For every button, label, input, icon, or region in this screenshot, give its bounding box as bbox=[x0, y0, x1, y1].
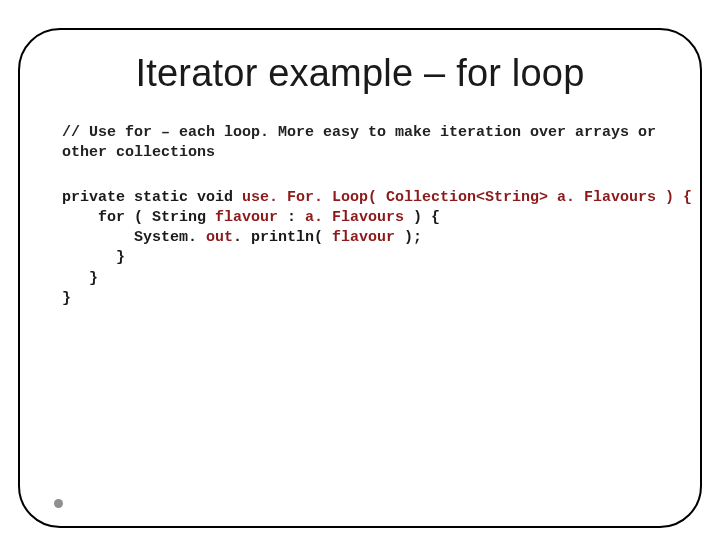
code-text: System. bbox=[62, 229, 206, 246]
code-text: flavour bbox=[215, 209, 278, 226]
code-text: use. For. Loop( Collection<String> a. Fl… bbox=[242, 189, 692, 206]
code-text: a. Flavours bbox=[305, 209, 404, 226]
code-text: ) { bbox=[404, 209, 440, 226]
code-text: for ( String bbox=[62, 209, 215, 226]
code-text: private static void bbox=[62, 189, 242, 206]
code-text: ); bbox=[395, 229, 422, 246]
code-text: . println( bbox=[233, 229, 332, 246]
code-text: } bbox=[62, 249, 125, 266]
slide-title: Iterator example – for loop bbox=[62, 52, 658, 95]
code-text: } bbox=[62, 290, 71, 307]
code-text: } bbox=[62, 270, 98, 287]
slide-frame: Iterator example – for loop // Use for –… bbox=[18, 28, 702, 528]
bullet-dot-icon bbox=[54, 499, 63, 508]
slide: Iterator example – for loop // Use for –… bbox=[0, 0, 720, 540]
code-block: private static void use. For. Loop( Coll… bbox=[62, 188, 658, 310]
code-text: flavour bbox=[332, 229, 395, 246]
code-comment: // Use for – each loop. More easy to mak… bbox=[62, 123, 658, 164]
code-text: : bbox=[278, 209, 305, 226]
code-text: out bbox=[206, 229, 233, 246]
